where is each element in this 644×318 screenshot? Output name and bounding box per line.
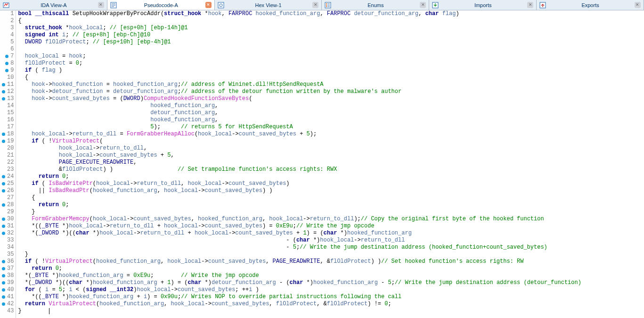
breakpoint-dot[interactable] <box>2 196 5 200</box>
code-line[interactable]: return 0; <box>18 265 581 272</box>
breakpoint-dot[interactable] <box>5 62 8 65</box>
code-line[interactable]: *((_BYTE *)hook_local->return_to_dll + h… <box>18 223 581 230</box>
code-line[interactable]: *((_BYTE *)hooked_function_arg + i) = 0x… <box>18 293 581 301</box>
breakpoint-dot[interactable] <box>2 140 5 143</box>
breakpoint-dot[interactable] <box>2 118 5 122</box>
code-line[interactable]: hook->count_saved_bytes = (DWORD)Compute… <box>18 95 581 102</box>
breakpoint-dot[interactable] <box>2 90 5 93</box>
breakpoint-dot[interactable] <box>2 203 5 207</box>
breakpoint-dot[interactable] <box>5 26 8 30</box>
breakpoint-dot[interactable] <box>2 210 5 214</box>
code-line[interactable]: FormGrabberMemcpy(hook_local->count_save… <box>18 216 581 223</box>
tab-exports[interactable]: Exports ✕ <box>537 0 644 10</box>
tab-pseudocode[interactable]: Pseudocode-A ✕ <box>107 0 215 10</box>
code-line[interactable]: flOldProtect = 0; <box>18 60 581 67</box>
breakpoint-dot[interactable] <box>2 126 5 129</box>
code-line[interactable]: if ( !VirtualProtect(hooked_function_arg… <box>18 258 581 265</box>
code-line[interactable]: } <box>18 308 581 315</box>
tab-hex-view[interactable]: Hex View-1 ✕ <box>215 0 322 10</box>
code-line[interactable]: PAGE_EXECUTE_READWRITE, <box>18 159 581 166</box>
code-line[interactable]: } <box>18 251 581 258</box>
tab-enums[interactable]: Enums ✕ <box>322 0 429 10</box>
code-line[interactable]: *(_DWORD *)((char *)hooked_function_arg … <box>18 279 581 286</box>
code-line[interactable]: for ( i = 5; i < (signed __int32)hook_lo… <box>18 286 581 293</box>
close-icon[interactable]: ✕ <box>527 2 533 8</box>
breakpoint-dot[interactable] <box>2 97 5 100</box>
breakpoint-dot[interactable] <box>2 182 5 185</box>
code-line[interactable]: return 0; <box>18 173 581 180</box>
code-line[interactable]: || IsBadReadPtr(hooked_function_arg, hoo… <box>18 187 581 194</box>
breakpoint-dot[interactable] <box>2 267 5 270</box>
breakpoint-dot[interactable] <box>2 260 5 263</box>
code-line[interactable]: 5); // returns 5 for HttpSendRequestA <box>18 124 581 131</box>
breakpoint-dot[interactable] <box>2 76 5 79</box>
breakpoint-dot[interactable] <box>5 41 8 44</box>
breakpoint-dot[interactable] <box>2 232 5 235</box>
tab-ida-view[interactable]: IDA View-A ✕ <box>0 0 107 10</box>
breakpoint-dot[interactable] <box>2 161 5 164</box>
code-line[interactable]: struct_hook *hook_local; // [esp+0h] [eb… <box>18 25 581 32</box>
code-line[interactable]: DWORD flOldProtect; // [esp+10h] [ebp-4h… <box>18 39 581 46</box>
code-line[interactable]: hook_local->count_saved_bytes + 5, <box>18 152 581 159</box>
code-line[interactable]: - (char *)hook_local->return_to_dll <box>18 237 581 244</box>
breakpoint-dot[interactable] <box>2 295 5 299</box>
code-line[interactable]: bool __thiscall SetupHookWrapperByProcAd… <box>18 10 581 17</box>
code-line[interactable]: hook->hooked_function = hooked_function_… <box>18 81 581 88</box>
breakpoint-dot[interactable] <box>2 218 5 221</box>
close-icon[interactable]: ✕ <box>635 2 641 8</box>
breakpoint-dot[interactable] <box>2 225 5 228</box>
close-icon[interactable]: ✕ <box>420 2 426 8</box>
code-line[interactable]: hook_local = hook; <box>18 53 581 60</box>
breakpoint-dot[interactable] <box>2 239 5 242</box>
breakpoint-dot[interactable] <box>2 310 5 313</box>
breakpoint-dot[interactable] <box>2 189 5 192</box>
breakpoint-dot[interactable] <box>2 246 5 249</box>
breakpoint-dot[interactable] <box>2 288 5 292</box>
breakpoint-dot[interactable] <box>5 12 8 16</box>
breakpoint-dot[interactable] <box>2 274 5 277</box>
breakpoint-dot[interactable] <box>2 147 5 150</box>
breakpoint-dot[interactable] <box>5 55 8 58</box>
breakpoint-dot[interactable] <box>2 302 5 306</box>
code-line[interactable]: return VirtualProtect(hooked_function_ar… <box>18 301 581 308</box>
code-line[interactable]: hook_local->return_to_dll, <box>18 145 581 152</box>
breakpoint-dot[interactable] <box>2 111 5 115</box>
code-line[interactable]: if ( IsBadWritePtr(hook_local->return_to… <box>18 180 581 187</box>
breakpoint-dot[interactable] <box>2 253 5 256</box>
breakpoint-dot[interactable] <box>2 168 5 171</box>
code-line[interactable]: *(_DWORD *)((char *)hook_local->return_t… <box>18 230 581 237</box>
tab-imports[interactable]: Imports ✕ <box>429 0 537 10</box>
code-line[interactable]: return 0; <box>18 201 581 209</box>
code-line[interactable]: { <box>18 74 581 81</box>
pseudocode-editor[interactable]: 1234567891011121314151617181920212223242… <box>0 10 644 318</box>
code-body[interactable]: bool __thiscall SetupHookWrapperByProcAd… <box>16 10 583 318</box>
code-line[interactable]: &flOldProtect) ) // Set trampoline funct… <box>18 166 581 173</box>
code-line[interactable]: hooked_function_arg, <box>18 117 581 124</box>
code-line[interactable]: { <box>18 194 581 201</box>
breakpoint-dot[interactable] <box>2 104 5 108</box>
close-icon[interactable]: ✕ <box>98 2 104 8</box>
code-line[interactable]: *(_BYTE *)hooked_function_arg = 0xE9u; /… <box>18 272 581 279</box>
code-line[interactable]: detour_function_arg, <box>18 109 581 117</box>
code-line[interactable]: signed int i; // [esp+8h] [ebp-Ch]@10 <box>18 32 581 39</box>
breakpoint-dot[interactable] <box>5 48 8 51</box>
breakpoint-dot[interactable] <box>2 281 5 285</box>
code-line[interactable]: if ( flag ) <box>18 67 581 74</box>
breakpoint-dot[interactable] <box>2 83 5 86</box>
breakpoint-dot[interactable] <box>2 133 5 136</box>
breakpoint-dot[interactable] <box>5 33 8 37</box>
breakpoint-dot[interactable] <box>2 154 5 157</box>
code-line[interactable]: if ( !VirtualProtect( <box>18 138 581 145</box>
code-line[interactable]: hooked_function_arg, <box>18 102 581 109</box>
breakpoint-dot[interactable] <box>5 69 8 72</box>
code-line[interactable]: hook->detour_function = detour_function_… <box>18 88 581 95</box>
code-line[interactable]: { <box>18 17 581 25</box>
breakpoint-dot[interactable] <box>5 19 8 23</box>
code-line[interactable]: - 5;// Write the jump destination addres… <box>18 244 581 251</box>
breakpoint-dot[interactable] <box>2 175 5 178</box>
close-icon[interactable]: ✕ <box>205 2 212 8</box>
code-line[interactable] <box>18 46 581 53</box>
close-icon[interactable]: ✕ <box>312 2 318 8</box>
code-line[interactable]: } <box>18 209 581 216</box>
code-line[interactable]: hook_local->return_to_dll = FormGrabberH… <box>18 131 581 138</box>
